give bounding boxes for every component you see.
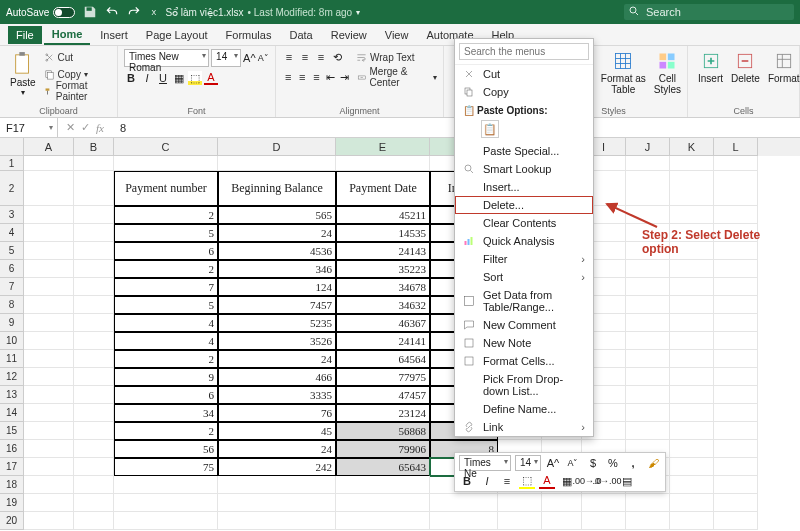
ctx-new-note[interactable]: New Note <box>455 334 593 352</box>
cell[interactable]: 7457 <box>218 296 336 314</box>
row-header[interactable]: 12 <box>0 368 24 386</box>
cell[interactable]: 242 <box>218 458 336 476</box>
row-header[interactable]: 9 <box>0 314 24 332</box>
cell[interactable] <box>74 386 114 404</box>
cell[interactable]: 2 <box>114 260 218 278</box>
cell[interactable] <box>714 476 758 494</box>
ctx-insert[interactable]: Insert... <box>455 178 593 196</box>
cell[interactable] <box>24 260 74 278</box>
row-header[interactable]: 13 <box>0 386 24 404</box>
font-color-button[interactable]: A <box>204 71 218 85</box>
row-header[interactable]: 17 <box>0 458 24 476</box>
mini-size-combo[interactable]: 14 <box>515 455 541 471</box>
cell[interactable] <box>714 440 758 458</box>
tab-data[interactable]: Data <box>281 26 320 44</box>
cell[interactable] <box>24 476 74 494</box>
row-header[interactable]: 3 <box>0 206 24 224</box>
cell[interactable] <box>582 512 626 530</box>
cell[interactable] <box>430 494 498 512</box>
mini-format-painter-icon[interactable]: 🖌 <box>645 455 661 471</box>
cell[interactable] <box>714 206 758 224</box>
mini-italic-icon[interactable]: I <box>479 473 495 489</box>
cell[interactable]: 56 <box>114 440 218 458</box>
cell[interactable]: 7 <box>114 278 218 296</box>
col-header-L[interactable]: L <box>714 138 758 156</box>
cell[interactable] <box>74 494 114 512</box>
mini-currency-icon[interactable]: $ <box>585 455 601 471</box>
mini-font-combo[interactable]: Times Ne <box>459 455 511 471</box>
cell[interactable]: 34632 <box>336 296 430 314</box>
cell[interactable] <box>24 350 74 368</box>
name-box[interactable]: F17 <box>0 118 58 137</box>
cell[interactable] <box>24 314 74 332</box>
cell[interactable]: 5 <box>114 296 218 314</box>
enter-formula-icon[interactable]: ✓ <box>81 121 90 134</box>
cell[interactable] <box>714 386 758 404</box>
cell[interactable] <box>24 242 74 260</box>
italic-button[interactable]: I <box>140 71 154 85</box>
mini-font-color-icon[interactable]: A <box>539 473 555 489</box>
fill-color-button[interactable]: ⬚ <box>188 71 202 85</box>
cell[interactable] <box>24 156 74 171</box>
cell[interactable] <box>74 512 114 530</box>
row-header[interactable]: 1 <box>0 156 24 171</box>
cell[interactable] <box>498 494 542 512</box>
cell[interactable] <box>24 224 74 242</box>
cell[interactable]: 466 <box>218 368 336 386</box>
cell[interactable] <box>430 512 498 530</box>
ctx-copy[interactable]: Copy <box>455 83 593 101</box>
cell[interactable]: Payment Date <box>336 171 430 206</box>
ctx-delete[interactable]: Delete... <box>455 196 593 214</box>
ctx-link[interactable]: Link <box>455 418 593 436</box>
col-header-A[interactable]: A <box>24 138 74 156</box>
cell[interactable] <box>714 512 758 530</box>
align-middle-icon[interactable]: ≡ <box>298 50 312 64</box>
align-right-icon[interactable]: ≡ <box>310 70 322 84</box>
cell[interactable] <box>24 440 74 458</box>
cell[interactable]: 4 <box>114 314 218 332</box>
cell[interactable]: 6 <box>114 386 218 404</box>
cell[interactable]: 35223 <box>336 260 430 278</box>
row-header[interactable]: 6 <box>0 260 24 278</box>
cell[interactable] <box>24 368 74 386</box>
decrease-font-icon[interactable]: A˅ <box>258 51 269 65</box>
indent-inc-icon[interactable]: ⇥ <box>339 70 351 84</box>
grid[interactable]: ABCDEFGHIJKL 12Payment numberBeginning B… <box>0 138 800 531</box>
cell[interactable] <box>114 476 218 494</box>
cell[interactable] <box>74 224 114 242</box>
cell[interactable] <box>74 422 114 440</box>
row-header[interactable]: 15 <box>0 422 24 440</box>
cell[interactable] <box>714 260 758 278</box>
row-header[interactable]: 10 <box>0 332 24 350</box>
cell[interactable] <box>714 494 758 512</box>
cell[interactable] <box>74 171 114 206</box>
cell[interactable] <box>670 458 714 476</box>
cell[interactable] <box>626 512 670 530</box>
cell[interactable]: 6 <box>114 242 218 260</box>
mini-percent-icon[interactable]: % <box>605 455 621 471</box>
cell[interactable] <box>24 206 74 224</box>
cell[interactable] <box>74 332 114 350</box>
cell[interactable]: 24 <box>218 350 336 368</box>
cell[interactable]: 24141 <box>336 332 430 350</box>
wrap-text-button[interactable]: Wrap Text <box>356 49 415 65</box>
cell[interactable] <box>336 494 430 512</box>
cell[interactable] <box>670 350 714 368</box>
increase-font-icon[interactable]: A^ <box>243 51 256 65</box>
align-center-icon[interactable]: ≡ <box>296 70 308 84</box>
cell[interactable] <box>114 156 218 171</box>
cell[interactable]: 45 <box>218 422 336 440</box>
paste-option-1[interactable]: 📋 <box>481 120 499 138</box>
cell[interactable] <box>74 368 114 386</box>
cell[interactable] <box>714 458 758 476</box>
format-cells-button[interactable]: Format <box>764 49 800 86</box>
cell[interactable] <box>714 171 758 206</box>
cell[interactable] <box>670 296 714 314</box>
select-all-corner[interactable] <box>0 138 24 156</box>
cell[interactable]: 124 <box>218 278 336 296</box>
cell[interactable]: 5235 <box>218 314 336 332</box>
cell[interactable] <box>670 476 714 494</box>
cell[interactable] <box>24 458 74 476</box>
row-header[interactable]: 8 <box>0 296 24 314</box>
cell[interactable] <box>218 512 336 530</box>
